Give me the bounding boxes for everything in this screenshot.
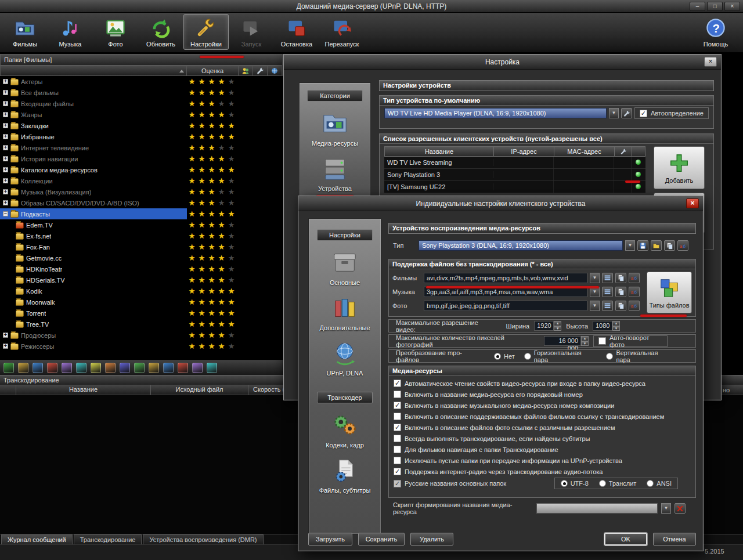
toolbar-button[interactable]: Перезапуск: [319, 14, 365, 50]
radio-icon[interactable]: [524, 353, 531, 360]
delete-icon[interactable]: [47, 363, 57, 373]
tree-item[interactable]: + Музыка (Визуализация) ★★★★★: [0, 186, 283, 197]
rating-stars[interactable]: ★★★★★: [187, 132, 240, 141]
extensions-input[interactable]: avi,divx,m2ts,mp4,mpeg,mpg,mts,ts,vob,wm…: [424, 273, 587, 283]
list-button[interactable]: [602, 301, 613, 311]
checkbox[interactable]: [394, 391, 401, 398]
rating-stars[interactable]: ★★★★★: [187, 187, 240, 196]
checkbox-row[interactable]: ✓ Включить в описание файлов фото ссылки…: [394, 422, 691, 433]
expand-toggle[interactable]: +: [3, 200, 8, 205]
sidebar-item[interactable]: Медиа-ресурсы: [312, 110, 358, 147]
rating-stars[interactable]: ★★★★★: [187, 176, 240, 185]
toolbar-button[interactable]: Фильмы: [2, 14, 48, 50]
tree-item[interactable]: Getmovie.cc ★★★★★: [0, 252, 283, 263]
rating-stars[interactable]: ★★★★★: [187, 232, 240, 240]
rating-stars[interactable]: ★★★★★: [187, 121, 240, 130]
naming-script-dropdown[interactable]: [536, 503, 658, 514]
tab-playback-devices[interactable]: Устройства воспроизведения (DMR): [143, 534, 263, 544]
expand-toggle[interactable]: +: [3, 145, 8, 150]
expand-toggle[interactable]: +: [3, 344, 8, 349]
rating-stars[interactable]: ★★★★★: [187, 243, 240, 251]
cancel-button[interactable]: Отмена: [653, 533, 696, 545]
add-device-button[interactable]: Добавить: [654, 146, 705, 189]
categories-header[interactable]: Категории: [307, 90, 363, 102]
toolbar-button[interactable]: Фото: [93, 14, 138, 50]
tree-item[interactable]: + Жанры ★★★★★: [0, 109, 283, 120]
expand-toggle[interactable]: +: [3, 134, 8, 139]
dialog-close-button[interactable]: ×: [704, 57, 717, 67]
expand-toggle[interactable]: +: [3, 101, 8, 106]
autorotate-checkbox[interactable]: [598, 337, 606, 345]
autodetect-option[interactable]: ✓ Автоопределение: [634, 107, 709, 119]
tree-item[interactable]: + Актеры ★★★★★: [0, 76, 283, 87]
radio-icon[interactable]: [599, 480, 606, 487]
toolbar-button[interactable]: Запуск: [229, 14, 274, 50]
translit-button[interactable]: аб: [629, 301, 640, 311]
source-file-column[interactable]: Исходный файл: [151, 385, 248, 395]
rating-stars[interactable]: ★★★★★: [187, 77, 240, 86]
radio-icon[interactable]: [647, 480, 654, 487]
copy-button[interactable]: [615, 273, 626, 283]
translit-button[interactable]: аб: [677, 240, 688, 251]
rating-stars[interactable]: ★★★★★: [187, 331, 240, 339]
width-stepper[interactable]: 1920 ▲▼: [534, 321, 561, 331]
device-type-dropdown[interactable]: Sony Playstation 3 (DLNA, 16:9, 1920x108…: [419, 240, 623, 251]
stepper-arrows[interactable]: ▲▼: [612, 321, 620, 331]
checkbox-row[interactable]: Для фильмов навигация с папки Транскодир…: [394, 444, 691, 455]
rating-column-header[interactable]: Оценка: [187, 66, 239, 75]
radio-icon[interactable]: [561, 480, 568, 487]
autorotate-option[interactable]: Авто-поворот фото: [593, 335, 668, 347]
film-icon[interactable]: [62, 363, 72, 373]
rating-stars[interactable]: ★★★★★: [187, 298, 240, 306]
device-mac-column[interactable]: MAC-адрес: [554, 147, 615, 156]
save-button[interactable]: Сохранить: [358, 533, 405, 545]
default-device-dropdown[interactable]: WD TV Live HD Media Player (DLNA, 16:9, …: [384, 108, 607, 118]
rating-stars[interactable]: ★★★★★: [187, 143, 240, 152]
sidebar-section-header[interactable]: Транскодер: [317, 392, 373, 403]
toolbar-button[interactable]: Обновить: [138, 14, 183, 50]
dropdown-arrow-icon[interactable]: ▼: [590, 301, 600, 311]
ok-button[interactable]: OK: [604, 533, 647, 545]
tree-item[interactable]: Moonwalk ★★★★★: [0, 297, 283, 308]
rating-stars[interactable]: ★★★★★: [187, 320, 240, 328]
device-row[interactable]: [TV] Samsung UE22: [384, 181, 645, 193]
device-settings-button[interactable]: [621, 108, 632, 118]
checkbox-row[interactable]: Исключать пустые папки при передаче инфо…: [394, 455, 691, 466]
toolbar-button[interactable]: Остановка: [274, 14, 319, 50]
tab-transcoding[interactable]: Транскодирование: [74, 534, 142, 544]
rating-stars[interactable]: ★★★★★: [187, 198, 240, 207]
radio-option[interactable]: ANSI: [647, 480, 672, 487]
network-column-icon[interactable]: [268, 66, 282, 75]
dropdown-arrow-icon[interactable]: ▼: [609, 108, 619, 118]
name-column[interactable]: Название: [16, 385, 151, 395]
copy-button[interactable]: [615, 301, 626, 311]
checkbox-row[interactable]: ✓ Поддержка интернет-радио через транско…: [394, 466, 691, 477]
dropdown-arrow-icon[interactable]: ▼: [590, 273, 600, 283]
expand-toggle[interactable]: +: [3, 189, 8, 194]
expand-toggle[interactable]: +: [3, 167, 8, 172]
rating-stars[interactable]: ★★★★★: [187, 209, 240, 218]
autodetect-checkbox[interactable]: ✓: [640, 110, 647, 117]
file-types-button[interactable]: Типы файлов: [647, 272, 692, 313]
extensions-input[interactable]: bmp,gif,jpe,jpeg,jpg,png,tif,tiff: [424, 301, 587, 311]
tab-message-log[interactable]: Журнал сообщений: [1, 534, 73, 544]
radio-icon[interactable]: [494, 353, 501, 360]
checkbox[interactable]: ✓: [394, 424, 401, 431]
tree-item[interactable]: HDKinoTeatr ★★★★★: [0, 263, 283, 274]
expand-toggle[interactable]: +: [3, 90, 8, 95]
rating-stars[interactable]: ★★★★★: [187, 99, 240, 108]
clear-script-button[interactable]: [675, 503, 686, 514]
add-media-icon[interactable]: [3, 363, 14, 373]
tree-item[interactable]: + Режиссеры ★★★★★: [0, 341, 283, 352]
expand-toggle[interactable]: +: [3, 333, 8, 338]
device-name-column[interactable]: Название: [385, 147, 494, 156]
tree-item[interactable]: − Подкасты ★★★★★: [0, 208, 283, 219]
expand-toggle[interactable]: +: [3, 112, 8, 117]
tree-item[interactable]: + Каталоги медиа-ресурсов ★★★★★: [0, 164, 283, 175]
dialog-close-button[interactable]: ×: [686, 198, 699, 208]
close-button[interactable]: ×: [724, 2, 740, 11]
copy-profile-button[interactable]: [664, 240, 675, 251]
photo-pixels-stepper[interactable]: 16 000 000 ▲▼: [544, 336, 589, 346]
transfer-icon[interactable]: [163, 363, 174, 373]
sidebar-section-header[interactable]: Настройки: [317, 229, 373, 241]
